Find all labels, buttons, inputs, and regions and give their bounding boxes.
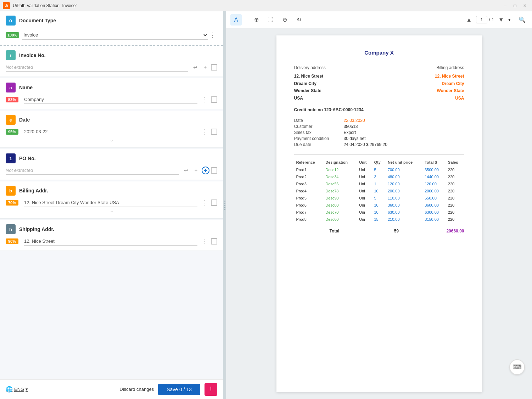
billing-street: 12, Nice Street xyxy=(435,73,464,80)
pdf-page: Company X Delivery address 12, Nice Stre… xyxy=(276,35,482,392)
date-menu[interactable]: ⋮ xyxy=(200,128,209,136)
date-input[interactable] xyxy=(24,128,197,136)
date-checkbox[interactable] xyxy=(211,129,217,135)
window-title: UiPath Validation Station "Invoice" xyxy=(13,3,501,8)
keyboard-button[interactable]: ⌨ xyxy=(509,359,525,375)
maximize-button[interactable]: □ xyxy=(511,2,519,9)
po-no-undo[interactable]: ↩ xyxy=(182,166,190,175)
doc-type-select[interactable]: Invoice xyxy=(22,30,208,40)
main-container: o Document Type 100% Invoice ⋮ i Invoice… xyxy=(0,11,532,399)
col-reference: Reference xyxy=(294,159,324,166)
total-value: 20660.00 xyxy=(446,229,464,234)
billing-addr-menu[interactable]: ⋮ xyxy=(200,199,209,207)
company-menu[interactable]: ⋮ xyxy=(200,96,209,103)
next-page-icon: ▼ xyxy=(498,17,504,23)
cell-desc: Desc56 xyxy=(323,180,357,187)
cell-total: 6300.00 xyxy=(422,209,446,216)
panel-resizer[interactable] xyxy=(223,11,226,399)
minimize-button[interactable]: ─ xyxy=(501,2,509,9)
pdf-search-button[interactable]: 🔍 xyxy=(516,14,528,26)
language-button[interactable]: 🌐 ENG ▾ xyxy=(6,386,28,393)
text-tool-button[interactable]: A xyxy=(230,14,242,26)
titlebar: Ui UiPath Validation Station "Invoice" ─… xyxy=(0,0,532,11)
cell-sales: 220 xyxy=(446,209,464,216)
save-button[interactable]: Save 0 / 13 xyxy=(158,384,200,395)
cell-ref: Prod4 xyxy=(294,187,324,195)
keyboard-icon: ⌨ xyxy=(513,363,522,371)
language-label: ENG xyxy=(14,387,24,392)
rotate-button[interactable]: ↻ xyxy=(293,14,304,26)
shipping-addr-actions: ⋮ xyxy=(200,237,217,245)
cell-sales: 220 xyxy=(446,195,464,202)
cell-net: 360.00 xyxy=(386,202,422,209)
doc-type-menu[interactable]: ⋮ xyxy=(208,31,217,39)
po-no-checkbox[interactable] xyxy=(211,167,217,174)
cell-sales: 220 xyxy=(446,166,464,173)
zoom-out-button[interactable]: ⊖ xyxy=(279,14,290,26)
date-expand[interactable]: ⌄ xyxy=(6,136,217,142)
invoice-no-undo[interactable]: ↩ xyxy=(191,63,200,72)
delivery-city: Dream City xyxy=(294,80,326,87)
cell-desc: Desc34 xyxy=(323,173,357,180)
zoom-out-icon: ⊖ xyxy=(282,16,287,23)
cell-qty: 10 xyxy=(372,209,385,216)
cell-unit: Uni xyxy=(357,216,372,223)
info-due-date-label: Due date xyxy=(294,142,344,147)
billing-addr-expand[interactable]: ⌄ xyxy=(6,207,217,213)
doc-type-section: o Document Type 100% Invoice ⋮ xyxy=(0,11,223,46)
page-number-input[interactable] xyxy=(476,16,487,23)
date-percent: 95% xyxy=(6,129,18,135)
cell-sales: 220 xyxy=(446,180,464,187)
billing-addr-checkbox[interactable] xyxy=(211,200,217,206)
cell-ref: Prod3 xyxy=(294,180,324,187)
text-tool-icon: A xyxy=(234,17,238,23)
pdf-search-icon: 🔍 xyxy=(519,16,526,23)
zoom-in-icon: ⊕ xyxy=(254,16,259,23)
po-no-add[interactable]: ＋ xyxy=(192,166,200,175)
col-unit: Unit xyxy=(357,159,372,166)
billing-addr-percent: 70% xyxy=(6,200,18,206)
company-input[interactable] xyxy=(24,95,197,104)
po-no-placeholder: Not extracted xyxy=(6,166,179,175)
table-header-row: Reference Designation Unit Qty Net unit … xyxy=(294,159,464,166)
shipping-addr-menu[interactable]: ⋮ xyxy=(200,237,209,245)
cell-unit: Uni xyxy=(357,173,372,180)
delivery-street: 12, Nice Street xyxy=(294,73,326,80)
shipping-addr-checkbox[interactable] xyxy=(211,238,217,245)
billing-addr-actions: ⋮ xyxy=(200,199,217,207)
col-qty: Qty xyxy=(372,159,385,166)
table-row: Prod5 Desc90 Uni 5 110.00 550.00 220 xyxy=(294,195,464,202)
info-payment-row: Payment condition 30 days net xyxy=(294,136,464,141)
close-button[interactable]: ✕ xyxy=(521,2,529,9)
po-no-label: PO No. xyxy=(19,156,36,161)
date-label: Date xyxy=(19,117,30,123)
po-no-circle-plus[interactable]: + xyxy=(202,167,209,174)
info-payment-val: 30 days net xyxy=(344,136,366,141)
cell-net: 210.00 xyxy=(386,216,422,223)
alert-button[interactable]: ! xyxy=(205,383,217,396)
field-date: e Date 95% ⋮ ⌄ xyxy=(0,111,223,148)
pdf-content: Company X Delivery address 12, Nice Stre… xyxy=(226,28,532,399)
invoice-no-add[interactable]: ＋ xyxy=(201,63,209,72)
invoice-no-checkbox[interactable] xyxy=(211,64,217,71)
shipping-addr-label: Shipping Addr. xyxy=(19,226,54,232)
next-page-button[interactable]: ▼ xyxy=(495,14,507,26)
billing-addr-input[interactable] xyxy=(24,198,197,207)
fit-page-button[interactable]: ⛶ xyxy=(265,14,276,26)
cell-ref: Prod6 xyxy=(294,202,324,209)
zoom-in-button[interactable]: ⊕ xyxy=(251,14,262,26)
name-badge: a xyxy=(6,83,16,92)
invoice-table: Reference Designation Unit Qty Net unit … xyxy=(294,159,464,223)
cell-sales: 220 xyxy=(446,216,464,223)
billing-label: Billing address xyxy=(435,64,464,71)
prev-page-button[interactable]: ▲ xyxy=(463,14,475,26)
discard-button[interactable]: Discard changes xyxy=(119,387,154,392)
company-checkbox[interactable] xyxy=(211,96,217,103)
cell-total: 3500.00 xyxy=(422,166,446,173)
shipping-addr-input[interactable] xyxy=(24,237,197,246)
credit-note: Credit note no 123-ABC-0000-1234 xyxy=(294,107,464,112)
info-customer-val: 380513 xyxy=(344,124,358,129)
delivery-state: Wonder State xyxy=(294,87,326,94)
cell-desc: Desc70 xyxy=(323,209,357,216)
cell-sales: 220 xyxy=(446,173,464,180)
